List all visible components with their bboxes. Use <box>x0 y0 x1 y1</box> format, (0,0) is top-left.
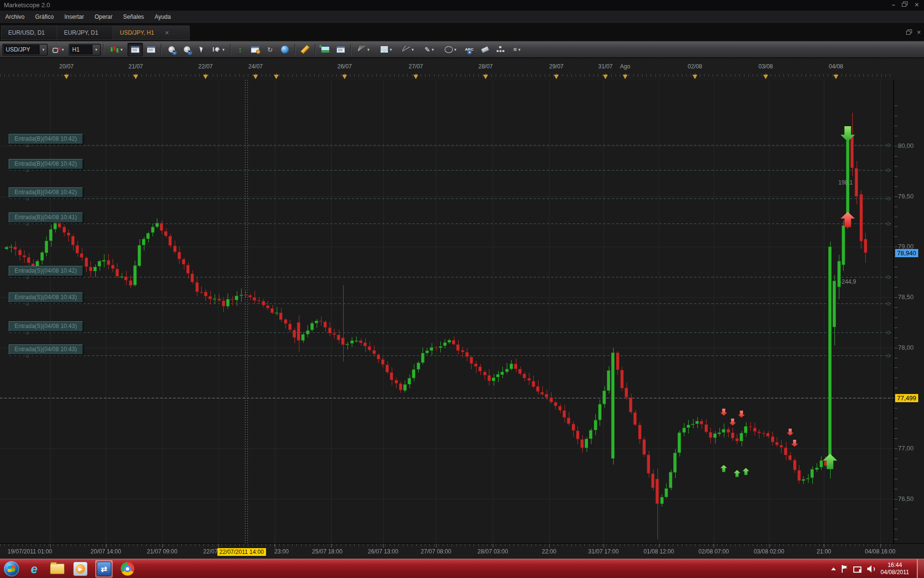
unlink-button[interactable]: ▾ <box>49 43 68 56</box>
time-label-bottom: 23:00 <box>274 548 289 555</box>
image-plus-icon <box>321 46 330 53</box>
tile-tabs-button[interactable] <box>128 43 143 56</box>
time-label-bottom: 21/07 09:00 <box>147 548 177 555</box>
close-icon[interactable] <box>914 1 919 8</box>
time-label-bottom: 28/07 03:00 <box>477 548 508 555</box>
period-marker-icon <box>274 75 279 79</box>
day-tick <box>824 544 824 548</box>
time-label-bottom: 02/08 07:00 <box>698 548 729 555</box>
entry-order-label[interactable]: Entrada(B)(04/08 10:41) <box>9 212 83 223</box>
day-tick <box>436 544 436 548</box>
time-ruler-bottom[interactable]: 19/07/2011 01:0020/07 14:0021/07 09:0022… <box>0 543 924 559</box>
title-bar[interactable]: Marketscope 2.0 <box>0 0 924 11</box>
child-close-icon[interactable] <box>917 29 921 36</box>
chart-area: 20/0721/0722/0724/0726/0727/0728/0729/07… <box>0 58 924 559</box>
marketscope-window: Marketscope 2.0 Archivo Gráfico Insertar… <box>0 0 924 578</box>
web-charts-button[interactable] <box>278 43 292 56</box>
day-tick <box>106 544 106 548</box>
time-label-top: 03/08 <box>758 63 773 70</box>
show-hidden-icons-icon[interactable] <box>831 567 836 570</box>
menu-insertar[interactable]: Insertar <box>59 13 90 20</box>
tab-close-icon[interactable]: ✕ <box>165 30 169 36</box>
chart-properties-button[interactable] <box>248 43 262 56</box>
chevron-down-icon[interactable]: ▾ <box>92 45 100 54</box>
menu-senales[interactable]: Señales <box>118 13 149 20</box>
text-tool-button[interactable]: ABC <box>462 43 477 56</box>
period-marker-icon <box>763 75 768 79</box>
taskbar-item-explorer[interactable] <box>49 561 65 577</box>
day-tick <box>880 544 881 548</box>
zoom-out-button[interactable]: − <box>180 43 194 56</box>
chart-type-button[interactable]: ▾ <box>106 43 127 56</box>
period-marker-icon <box>834 75 838 79</box>
pitchfork-tool-button[interactable]: ▾ <box>354 43 374 56</box>
day-tick <box>275 544 275 548</box>
start-button[interactable] <box>4 561 19 577</box>
entry-order-label[interactable]: Entrada(S)(04/08 10:43) <box>9 321 83 331</box>
chevron-down-icon[interactable]: ▾ <box>39 45 47 54</box>
restore-icon[interactable] <box>902 1 908 7</box>
refresh-view-button[interactable]: ↻ <box>263 43 277 56</box>
candlestick-plot[interactable] <box>0 80 924 543</box>
period-marker-icon <box>64 75 69 79</box>
trendline-tool-button[interactable]: ▾ <box>398 43 418 56</box>
menu-grafico[interactable]: Gráfico <box>30 13 59 20</box>
taskbar-item-internet-explorer[interactable]: e <box>26 561 42 577</box>
entry-order-label[interactable]: Entrada(S)(04/08 10:43) <box>9 344 83 355</box>
day-tick <box>331 544 332 548</box>
symbol-combo[interactable]: USD/JPY ▾ <box>2 44 48 55</box>
eraser-button[interactable] <box>478 43 492 56</box>
menu-operar[interactable]: Operar <box>89 13 117 20</box>
entry-order-label[interactable]: Entrada(S)(04/08 10:42) <box>9 266 83 276</box>
zoom-in-button[interactable]: + <box>164 43 179 56</box>
child-restore-icon[interactable] <box>906 29 912 35</box>
entry-order-label[interactable]: Entrada(B)(04/08 10:42) <box>9 134 83 144</box>
toolbar: USD/JPY ▾ ▾ H1 ▾ ▾ + − <box>0 41 924 58</box>
chart-window-icon <box>336 46 345 53</box>
symbol-value: USD/JPY <box>3 46 33 53</box>
entry-order-label[interactable]: Entrada(B)(04/08 10:42) <box>9 187 83 197</box>
taskbar: e ▶ ⇄ 16:44 04/08/2011 <box>0 559 924 578</box>
taskbar-clock[interactable]: 16:44 04/08/2011 <box>881 562 909 576</box>
taskbar-item-chrome[interactable] <box>119 561 136 577</box>
object-tree-button[interactable] <box>493 43 508 56</box>
menu-archivo[interactable]: Archivo <box>0 13 30 20</box>
chart-window-button[interactable] <box>334 43 348 56</box>
time-label-top: 27/07 <box>409 63 423 70</box>
entry-order-label[interactable]: Entrada(S)(04/08 10:43) <box>9 292 83 302</box>
object-list-button[interactable]: ≡▾ <box>509 43 525 56</box>
minor-ticks <box>0 544 893 546</box>
menu-ayuda[interactable]: Ayuda <box>149 13 176 20</box>
zoom-range-button[interactable]: I ▾ <box>209 43 228 56</box>
time-label-bottom: 31/07 17:00 <box>588 548 618 555</box>
period-marker-icon <box>693 75 697 79</box>
day-tick <box>549 544 550 548</box>
media-player-icon: ▶ <box>73 562 88 576</box>
taskbar-item-media-player[interactable]: ▶ <box>72 561 89 577</box>
action-center-flag-icon[interactable] <box>842 565 847 573</box>
timeframe-combo[interactable]: H1 ▾ <box>69 44 101 55</box>
tab-usdjpy-h1[interactable]: USD/JPY, H1 ✕ <box>113 26 190 40</box>
ellipse-tool-button[interactable]: ▾ <box>440 43 461 56</box>
measure-button[interactable] <box>298 43 312 56</box>
pointer-button[interactable] <box>195 43 208 56</box>
period-marker-icon <box>413 75 418 79</box>
minimize-icon[interactable] <box>892 1 895 8</box>
add-image-button[interactable] <box>318 43 333 56</box>
tile-windows-button[interactable] <box>144 43 158 56</box>
time-ruler-top[interactable]: 20/0721/0722/0724/0726/0727/0728/0729/07… <box>0 59 924 80</box>
pencil-tool-button[interactable]: ✎▾ <box>419 43 439 56</box>
window-tabs-icon <box>131 46 140 53</box>
time-label-top: 31/07 <box>598 63 613 70</box>
vertical-scale-button[interactable]: ↕ <box>233 43 247 56</box>
indicators-button[interactable]: ▾ <box>375 43 397 56</box>
time-label-bottom: 04/08 16:00 <box>865 548 895 555</box>
vertical-arrows-icon: ↕ <box>238 45 242 53</box>
broken-link-icon <box>52 47 60 52</box>
speaker-icon[interactable] <box>867 565 875 573</box>
entry-order-label[interactable]: Entrada(B)(04/08 10:42) <box>9 159 83 169</box>
taskbar-item-trading-station[interactable]: ⇄ <box>95 560 113 578</box>
show-desktop-button[interactable] <box>917 559 924 578</box>
time-label-bottom: 25/07 18:00 <box>312 548 342 555</box>
network-icon[interactable] <box>853 565 861 573</box>
